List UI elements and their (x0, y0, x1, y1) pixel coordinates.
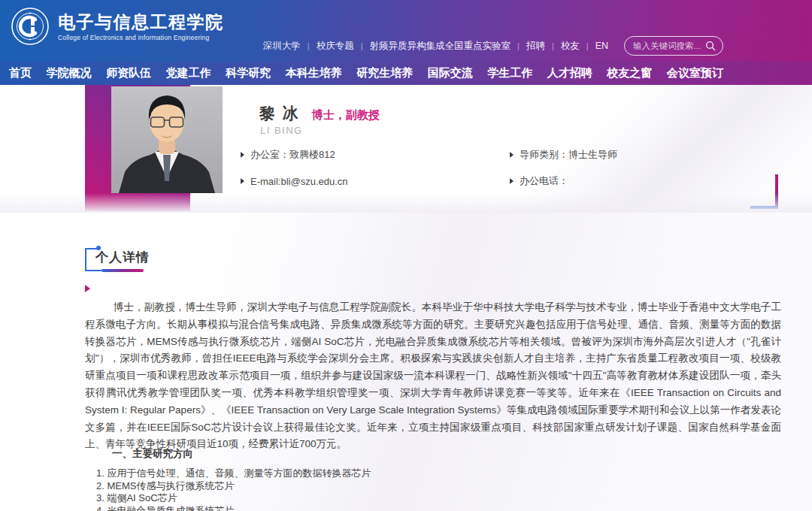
top-link-lab[interactable]: 射频异质异构集成全国重点实验室 (370, 40, 511, 53)
triangle-right-icon (241, 178, 244, 184)
field-supervisor-type: 导师类别： 博士生导师 (510, 148, 722, 162)
college-brand[interactable]: 电子与信息工程学院 College of Electronics and Inf… (11, 7, 224, 46)
utility-bar: 深圳大学 | 校庆专题 | 射频异质异构集成全国重点实验室 | 招聘 | 校友 … (263, 36, 723, 56)
top-link-recruit[interactable]: 招聘 (526, 40, 545, 53)
nav-item-meeting-room[interactable]: 会议室预订 (667, 66, 723, 80)
nav-item-alumni[interactable]: 校友之窗 (607, 66, 652, 80)
section-decor-vline (85, 248, 86, 270)
field-supervisor-type-value: 博士生导师 (568, 148, 617, 162)
search-input[interactable]: 输入关键词搜索... (624, 36, 723, 56)
top-link-alumni[interactable]: 校友 (561, 40, 580, 53)
section-header: 个人详情 (85, 246, 150, 272)
research-item: 4. 光电融合异质集成微系统芯片 (96, 505, 371, 511)
nav-item-party[interactable]: 党建工作 (166, 66, 211, 80)
faculty-title: 博士，副教授 (312, 108, 380, 122)
divider: | (308, 41, 310, 50)
contact-fields: 办公室： 致腾楼812 导师类别： 博士生导师 E-mail: bli@szu.… (241, 148, 722, 188)
nav-item-students[interactable]: 学生工作 (487, 66, 532, 80)
nav-item-international[interactable]: 国际交流 (428, 66, 473, 80)
nav-item-faculty[interactable]: 师资队伍 (106, 66, 151, 80)
field-office-value: 致腾楼812 (289, 148, 335, 162)
faculty-name: 黎 冰 (259, 103, 300, 124)
search-icon[interactable] (705, 41, 716, 51)
faculty-photo (111, 86, 223, 193)
main-nav: 首页 学院概况 师资队伍 党建工作 科学研究 本科生培养 研究生培养 国际交流 … (0, 62, 812, 85)
top-link-en[interactable]: EN (595, 41, 608, 51)
field-email-label: E-mail: (250, 176, 280, 187)
research-list: 1. 应用于信号处理、通信、音频、测量等方面的数据转换器芯片 2. MEMS传感… (96, 467, 371, 511)
site-header: 电子与信息工程学院 College of Electronics and Inf… (0, 0, 812, 62)
nav-item-home[interactable]: 首页 (9, 66, 32, 80)
banner-bottom-fade (0, 193, 812, 213)
nav-item-jobs[interactable]: 人才招聘 (547, 66, 592, 80)
search-placeholder: 输入关键词搜索... (633, 41, 701, 52)
nav-item-graduate[interactable]: 研究生培养 (356, 66, 413, 80)
biography-text: 博士，副教授，博士生导师，深圳大学电子与信息工程学院副院长。本科毕业于华中科技大… (85, 299, 781, 453)
college-name-en: College of Electronics and Information E… (58, 34, 224, 41)
details-section: 个人详情 博士，副教授，博士生导师，深圳大学电子与信息工程学院副院长。本科毕业于… (0, 213, 812, 511)
research-directions: 一、主要研究方向 1. 应用于信号处理、通信、音频、测量等方面的数据转换器芯片 … (85, 447, 371, 511)
triangle-right-icon (510, 152, 514, 158)
divider: | (517, 41, 520, 50)
section-decor-tline (85, 248, 97, 249)
field-supervisor-type-label: 导师类别： (520, 148, 568, 162)
nav-item-research[interactable]: 科学研究 (226, 66, 271, 80)
section-title: 个人详情 (95, 249, 150, 266)
research-item: 2. MEMS传感与执行微系统芯片 (96, 480, 371, 493)
divider: | (361, 41, 363, 50)
faculty-profile-page: 电子与信息工程学院 College of Electronics and Inf… (0, 0, 812, 511)
triangle-right-icon (510, 178, 514, 184)
underline-gradient (102, 269, 144, 272)
field-office-label: 办公室： (250, 148, 289, 162)
field-office-phone-label: 办公电话： (520, 174, 568, 188)
college-name-zh: 电子与信息工程学院 (58, 11, 224, 32)
faculty-name-en: LI BING (260, 125, 303, 136)
underline-thin (85, 270, 102, 271)
field-office-phone: 办公电话： (510, 174, 722, 188)
divider: | (586, 41, 589, 50)
field-email: E-mail: bli@szu.edu.cn (241, 174, 510, 188)
field-email-value[interactable]: bli@szu.edu.cn (280, 176, 347, 187)
nav-item-undergrad[interactable]: 本科生培养 (286, 66, 342, 80)
research-heading: 一、主要研究方向 (112, 447, 371, 461)
nav-item-overview[interactable]: 学院概况 (47, 66, 92, 80)
section-decor-dot (96, 246, 101, 250)
section-underline (85, 269, 150, 272)
triangle-right-icon (241, 152, 244, 158)
triangle-right-icon (85, 285, 90, 292)
college-logo-icon (11, 7, 50, 46)
top-link-szu[interactable]: 深圳大学 (263, 40, 301, 53)
research-item: 1. 应用于信号处理、通信、音频、测量等方面的数据转换器芯片 (96, 467, 371, 480)
college-name: 电子与信息工程学院 College of Electronics and Inf… (58, 11, 224, 41)
top-link-anniversary[interactable]: 校庆专题 (317, 40, 354, 53)
profile-banner: 黎 冰 博士，副教授 LI BING 办公室： 致腾楼812 导师类别： 博士生… (0, 85, 812, 213)
field-office: 办公室： 致腾楼812 (241, 148, 510, 162)
divider: | (552, 41, 554, 50)
research-item: 3. 端侧AI SoC芯片 (96, 492, 371, 505)
